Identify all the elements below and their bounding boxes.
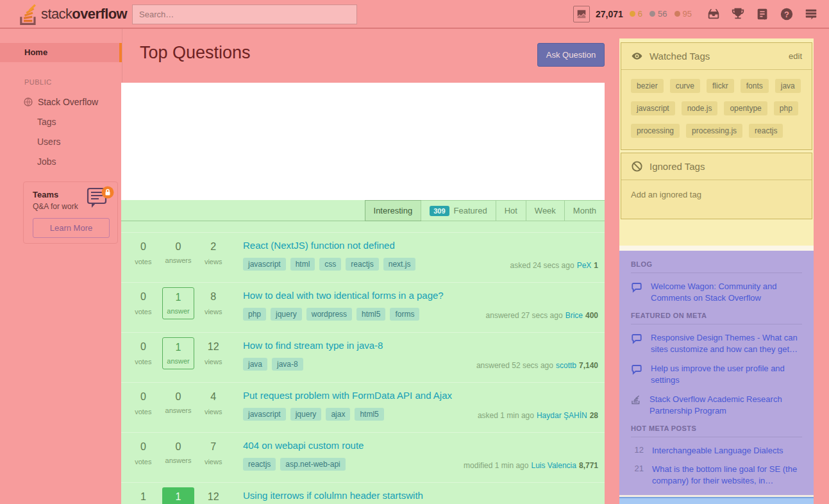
search-input[interactable] (132, 4, 357, 24)
tag-pill[interactable]: next.js (383, 258, 416, 271)
tag-pill[interactable]: wordpress (306, 308, 352, 321)
votes-stat: 0votes (126, 291, 160, 332)
votes-label: votes (126, 358, 160, 365)
inbox-icon[interactable] (707, 6, 722, 22)
views-stat: 4views (196, 391, 230, 432)
question-title-link[interactable]: How to deal with two identical forms in … (243, 290, 444, 302)
meta-post-link[interactable]: Interchangeable Language Dialects (652, 445, 783, 457)
watched-tag-pill[interactable]: reactjs (749, 124, 783, 138)
watched-tag-pill[interactable]: processing (631, 124, 680, 138)
watched-tag-pill[interactable]: opentype (724, 101, 767, 115)
add-ignored-tag-link[interactable]: Add an ignored tag (631, 189, 802, 207)
reputation-score[interactable]: 27,071 (596, 9, 623, 19)
sidebar-item-label: Stack Overflow (38, 97, 98, 107)
tab-week[interactable]: Week (526, 201, 564, 221)
left-sidebar: Home PUBLIC Stack OverflowTagsUsersJobs … (0, 29, 122, 504)
question-stats: 0votes1answer12views (121, 333, 231, 382)
tag-pill[interactable]: reactjs (346, 258, 378, 271)
silver-badge-dot (649, 11, 655, 17)
learn-more-button[interactable]: Learn More (33, 218, 110, 238)
answers-label: answer (163, 357, 194, 365)
watched-tag-pill[interactable]: node.js (682, 101, 718, 115)
tab-interesting[interactable]: Interesting (365, 201, 421, 221)
meta-post-link[interactable]: What is the bottom line goal for SE (the… (652, 464, 802, 487)
speech-bubble-icon (631, 281, 642, 293)
meta-section-divider (631, 324, 802, 324)
tag-pill[interactable]: asp.net-web-api (280, 458, 345, 471)
user-link[interactable]: scottb (556, 361, 576, 370)
question-title-link[interactable]: Using iterrows if colulmn header startsw… (243, 490, 423, 502)
tag-pill[interactable]: reactjs (243, 458, 276, 471)
watched-tag-pill[interactable]: flickr (707, 79, 734, 93)
home-label: Home (24, 47, 47, 57)
votes-stat: 0votes (126, 391, 160, 432)
watched-tag-pill[interactable]: fonts (741, 79, 769, 93)
badge-bronze[interactable]: 95 (674, 9, 692, 19)
tag-pill[interactable]: java-8 (272, 358, 303, 371)
meta-section-heading: HOT META POSTS (631, 424, 802, 432)
meta-list-item: Stack Overflow Academic Research Partner… (631, 394, 802, 417)
question-row: 0votes1answer12viewsHow to find stream t… (121, 332, 605, 382)
watched-tag-pill[interactable]: php (774, 101, 798, 115)
watched-tag-pill[interactable]: javascript (631, 101, 675, 115)
tab-featured[interactable]: 309Featured (421, 201, 495, 221)
meta-section-divider (631, 437, 802, 437)
user-link[interactable]: Haydar ŞAHİN (537, 411, 587, 420)
watched-tag-pill[interactable]: curve (670, 79, 700, 93)
stackoverflow-logo[interactable]: stackoverflow (19, 3, 127, 26)
achievements-icon[interactable] (731, 6, 746, 22)
answers-label: answers (162, 407, 194, 414)
question-meta: answered 27 secs agoBrice400 (486, 311, 598, 320)
badge-gold[interactable]: 6 (630, 9, 642, 19)
speech-bubble-icon (631, 364, 642, 375)
tag-pill[interactable]: javascript (243, 258, 286, 271)
tag-pill[interactable]: ajax (326, 408, 350, 421)
question-title-link[interactable]: How to find stream type in java-8 (243, 340, 383, 352)
tag-pill[interactable]: html5 (355, 408, 383, 421)
ask-question-button[interactable]: Ask Question (537, 43, 605, 67)
tag-pill[interactable]: html5 (356, 308, 385, 321)
votes-count: 0 (126, 391, 160, 403)
sidebar-item-stack-overflow[interactable]: Stack Overflow (0, 92, 122, 112)
badge-silver[interactable]: 56 (649, 9, 667, 19)
help-icon[interactable]: ? (780, 6, 795, 22)
tab-hot[interactable]: Hot (496, 201, 526, 221)
tag-pill[interactable]: javascript (243, 408, 286, 421)
avatar[interactable] (573, 6, 590, 22)
no-entry-icon (631, 160, 643, 172)
meta-post-link[interactable]: Help us improve the user profile and set… (651, 363, 802, 386)
votes-count: 0 (126, 441, 160, 453)
sidebar-item-jobs[interactable]: Jobs (0, 152, 122, 171)
user-link[interactable]: Brice (565, 311, 583, 320)
site-switcher-icon[interactable] (804, 6, 819, 22)
watched-tag-pill[interactable]: processing.js (686, 124, 742, 138)
question-meta: asked 24 secs agoPeX1 (510, 261, 598, 270)
question-list-section: Interesting309FeaturedHotWeekMonth 0vote… (121, 200, 605, 504)
question-title-link[interactable]: 404 on webapi custom route (243, 440, 364, 452)
question-title-link[interactable]: Put request problem with FormData API an… (243, 390, 452, 402)
votes-count: 0 (126, 241, 160, 253)
watched-tags-edit-link[interactable]: edit (789, 51, 802, 61)
tag-pill[interactable]: jquery (271, 308, 302, 321)
meta-post-link[interactable]: Responsive Design Themes - What can site… (651, 332, 802, 355)
meta-post-link[interactable]: Stack Overflow Academic Research Partner… (649, 394, 802, 417)
sidebar-item-users[interactable]: Users (0, 132, 122, 151)
featured-count-badge: 309 (430, 206, 449, 216)
tag-pill[interactable]: css (319, 258, 341, 271)
watched-tag-pill[interactable]: java (775, 79, 801, 93)
review-icon[interactable] (755, 6, 771, 22)
user-link[interactable]: Luis Valencia (531, 461, 576, 470)
tag-pill[interactable]: forms (390, 308, 419, 321)
tab-month[interactable]: Month (564, 201, 605, 221)
sidebar-item-tags[interactable]: Tags (0, 112, 122, 131)
watched-tag-pill[interactable]: bezier (631, 79, 664, 93)
tag-pill[interactable]: html (290, 258, 315, 271)
tag-pill[interactable]: php (243, 308, 266, 321)
question-title-link[interactable]: React (NextJS) function not defined (243, 240, 395, 252)
sidebar-item-home[interactable]: Home (0, 43, 122, 62)
user-link[interactable]: PeX (577, 261, 592, 270)
tag-pill[interactable]: jquery (290, 408, 322, 421)
question-meta: modified 1 min agoLuis Valencia8,771 (464, 461, 598, 470)
tag-pill[interactable]: java (243, 358, 267, 371)
meta-post-link[interactable]: Welcome Wagon: Community and Comments on… (651, 281, 802, 304)
